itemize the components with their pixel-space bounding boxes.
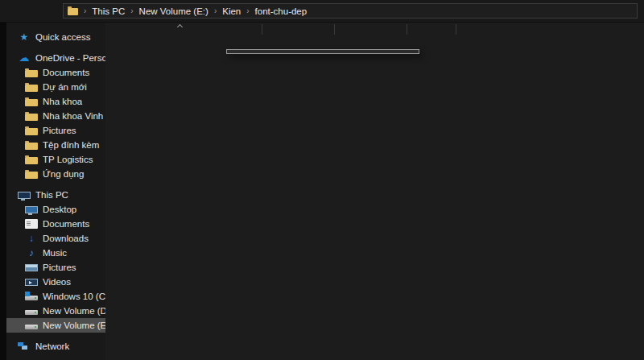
sidebar-item-spacer [6, 44, 105, 51]
music-icon [25, 247, 38, 259]
sidebar-item-label: Videos [43, 277, 71, 287]
sidebar-item-d-n-m-i[interactable]: Dự án mới [6, 80, 105, 94]
folder-icon [25, 85, 38, 92]
sidebar-item-music[interactable]: Music [6, 246, 105, 260]
folder-icon [25, 114, 38, 121]
sidebar-item-spacer [6, 181, 105, 188]
chevron-right-icon: › [84, 6, 86, 15]
sidebar-item-label: New Volume (D:) [43, 306, 105, 316]
folder-icon [25, 143, 38, 150]
sidebar-item-network[interactable]: Network [6, 339, 105, 354]
sidebar-item-label: Tệp đính kèm [43, 140, 99, 150]
toolbar: › This PC › New Volume (E:) › Kien › fon… [0, 0, 644, 23]
pictures-icon [25, 264, 38, 271]
folder-icon [25, 70, 38, 77]
folder-icon [25, 128, 38, 135]
window-left-edge [0, 23, 6, 360]
sidebar-item-label: Pictures [43, 126, 76, 135]
download-icon [25, 233, 38, 244]
sidebar-item-label: This PC [35, 190, 68, 200]
sidebar-item-label: OneDrive - Personal [35, 53, 105, 63]
breadcrumb-label: New Volume (E:) [139, 6, 208, 16]
folder-icon [25, 172, 38, 179]
pc-icon [18, 192, 31, 199]
sidebar-item-label: Nha khoa Vinh [43, 111, 103, 121]
file-list-pane [105, 23, 644, 360]
breadcrumb: › This PC › New Volume (E:) › Kien › fon… [78, 6, 307, 16]
address-bar[interactable]: › This PC › New Volume (E:) › Kien › fon… [63, 3, 638, 19]
column-divider[interactable] [407, 24, 407, 35]
sidebar-item-label: TP Logistics [43, 155, 93, 164]
sidebar-icon [18, 330, 31, 341]
navigation-pane: Quick access OneDrive - Personal Documen… [6, 23, 105, 360]
folder-icon [68, 8, 78, 15]
chevron-right-icon: › [246, 6, 249, 15]
chevron-right-icon: › [130, 6, 133, 15]
sidebar-item-label: Nha khoa [43, 97, 82, 106]
sort-ascending-icon [177, 24, 183, 30]
sidebar-item-tp-logistics[interactable]: TP Logistics [6, 152, 105, 167]
breadcrumb-segment-this-pc[interactable]: › This PC [78, 6, 125, 16]
docpage-icon [25, 219, 38, 229]
breadcrumb-segment-font-chu-dep[interactable]: › font-chu-dep [241, 6, 307, 16]
folder-icon [25, 157, 38, 164]
breadcrumb-label: font-chu-dep [255, 6, 308, 16]
sidebar-item-label: Pictures [43, 263, 76, 272]
sidebar-icon [18, 179, 31, 190]
column-headers [105, 23, 644, 36]
breadcrumb-label: This PC [92, 6, 125, 16]
sidebar-item-windows-10-c[interactable]: Windows 10 (C:) [6, 289, 105, 304]
chevron-right-icon: › [214, 6, 217, 15]
sidebar-item-label: Documents [43, 68, 89, 77]
sidebar-item-label: Documents [43, 219, 89, 229]
sidebar-item-label: Ứng dụng [43, 169, 84, 179]
column-divider[interactable] [456, 24, 456, 35]
sidebar-item-label: Dự án mới [43, 82, 87, 92]
sidebar-item-videos[interactable]: Videos [6, 275, 105, 289]
drive-icon [25, 310, 38, 315]
column-divider[interactable] [262, 24, 262, 35]
sidebar-item-label: Music [43, 248, 67, 258]
breadcrumb-segment-new-volume-e[interactable]: › New Volume (E:) [125, 6, 208, 16]
sidebar-item-documents[interactable]: Documents [6, 65, 105, 80]
windrive-icon [25, 296, 38, 300]
sidebar-item-documents[interactable]: Documents [6, 217, 105, 231]
sidebar-item-downloads[interactable]: Downloads [6, 231, 105, 246]
drive-icon [25, 325, 38, 329]
breadcrumb-label: Kien [222, 6, 241, 16]
network-icon [18, 342, 31, 351]
star-icon [18, 31, 31, 43]
file-list [108, 36, 455, 360]
breadcrumb-segment-kien[interactable]: › Kien [208, 6, 241, 16]
sidebar-item-t-p-nh-k-m[interactable]: Tệp đính kèm [6, 138, 105, 152]
sidebar-item-spacer [6, 333, 105, 339]
sidebar-item-desktop[interactable]: Desktop [6, 202, 105, 217]
sidebar-item-new-volume-d[interactable]: New Volume (D:) [6, 304, 105, 318]
sidebar-item-pictures[interactable]: Pictures [6, 123, 105, 138]
explorer-window: › This PC › New Volume (E:) › Kien › fon… [0, 0, 644, 360]
videos-icon [25, 279, 38, 286]
sidebar-item-label: Downloads [43, 234, 89, 243]
sidebar-item-onedrive-personal[interactable]: OneDrive - Personal [6, 51, 105, 65]
sidebar-item-label: Quick access [35, 32, 90, 42]
column-divider[interactable] [334, 24, 335, 35]
context-menu [226, 49, 419, 54]
folder-icon [25, 99, 38, 106]
desktop-icon [25, 206, 38, 213]
sidebar-item-nha-khoa-vinh[interactable]: Nha khoa Vinh [6, 109, 105, 123]
sidebar-item-label: Network [35, 341, 69, 351]
sidebar-item-label: Desktop [43, 205, 76, 214]
sidebar-item-label: New Volume (E:) [43, 321, 105, 330]
sidebar-item-pictures[interactable]: Pictures [6, 260, 105, 275]
sidebar-item-nha-khoa[interactable]: Nha khoa [6, 94, 105, 109]
cloud-icon [18, 52, 31, 64]
sidebar-item-label: Windows 10 (C:) [43, 292, 105, 301]
